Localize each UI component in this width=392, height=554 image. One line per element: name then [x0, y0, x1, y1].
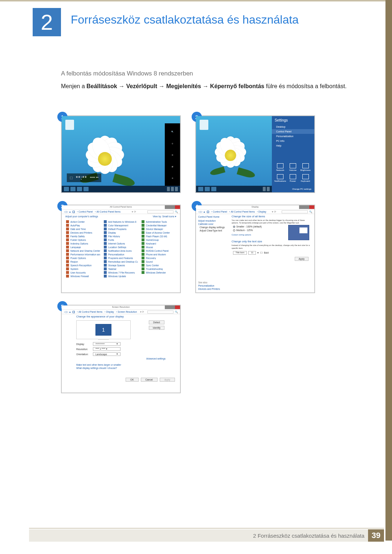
control-panel-item[interactable]: Internet Options	[104, 242, 138, 245]
maximize-icon[interactable]	[304, 205, 309, 209]
control-panel-item[interactable]: Windows Firewall	[66, 275, 100, 278]
quick-keyboard[interactable]: Keyboard	[299, 173, 312, 184]
share-icon[interactable]: ◎	[172, 138, 173, 148]
flyout-item[interactable]: Control Panel	[272, 129, 314, 134]
hint-link[interactable]: Make text and other items larger or smal…	[76, 364, 176, 366]
control-panel-item[interactable]: Ease of Access Center	[142, 231, 176, 234]
search-icon[interactable]: 🔍	[309, 210, 312, 213]
control-panel-item[interactable]: Devices and Printers	[66, 231, 100, 234]
control-panel-item[interactable]: Keyboard	[142, 242, 176, 245]
resolution-dropdown[interactable]: **** x **** ▾	[93, 347, 121, 351]
control-panel-item[interactable]: Sync Center	[142, 264, 176, 267]
control-panel-item[interactable]: Language	[66, 246, 100, 249]
control-panel-item[interactable]: Troubleshooting	[142, 267, 176, 270]
minimize-icon[interactable]	[299, 205, 304, 209]
control-panel-item[interactable]: NVIDIA Control Panel	[142, 249, 176, 252]
ok-button[interactable]: OK	[126, 378, 138, 382]
control-panel-item[interactable]: Fonts	[104, 238, 138, 241]
address-bar[interactable]: ◁ ▷ ▲ Control Panel All Control Panel It…	[62, 210, 180, 214]
flyout-item[interactable]: Help	[272, 143, 314, 148]
monitor-preview[interactable]: 1	[76, 320, 131, 339]
control-panel-item[interactable]: Sound	[142, 260, 176, 263]
control-panel-item[interactable]: Folder Options	[66, 238, 100, 241]
control-panel-item[interactable]: Device Manager	[142, 227, 176, 230]
control-panel-item[interactable]: Notification Area Icons	[104, 249, 138, 252]
control-panel-item[interactable]: System	[66, 267, 100, 270]
item-select[interactable]: Title bars	[233, 251, 247, 255]
control-panel-item[interactable]: Location Settings	[104, 246, 138, 249]
flyout-item[interactable]: Personalization	[272, 134, 314, 139]
maximize-icon[interactable]	[170, 305, 175, 309]
control-panel-item[interactable]: Region	[66, 260, 100, 263]
control-panel-item[interactable]: Programs and Features	[104, 257, 138, 259]
control-panel-item[interactable]: Display	[104, 231, 138, 234]
flyout-item[interactable]: Desktop	[272, 124, 314, 129]
control-panel-item[interactable]: Administrative Tools	[142, 220, 176, 223]
quick-brightness[interactable]: Brightness	[299, 162, 312, 173]
search-input[interactable]	[282, 210, 308, 213]
control-panel-item[interactable]: Network and Sharing Center	[66, 249, 100, 252]
size-select[interactable]: 11	[248, 251, 256, 255]
search-icon[interactable]: 🔍	[175, 311, 178, 313]
control-panel-item[interactable]: Windows Defender	[142, 271, 176, 274]
control-panel-item[interactable]: Mouse	[142, 246, 176, 249]
control-panel-item[interactable]: File History	[104, 235, 138, 238]
minimize-icon[interactable]	[165, 205, 170, 209]
hint-link[interactable]: What display settings should I choose?	[76, 367, 176, 369]
control-panel-item[interactable]: Family Safety	[66, 235, 100, 238]
flyout-item[interactable]: PC info	[272, 139, 314, 143]
control-panel-item[interactable]: Taskbar	[104, 267, 138, 270]
control-panel-item[interactable]: Credential Manager	[142, 224, 176, 227]
display-dropdown[interactable]: **********▾	[93, 342, 121, 346]
ie-icon[interactable]	[64, 187, 69, 191]
control-panel-item[interactable]: Date and Time	[66, 227, 100, 230]
control-panel-item[interactable]: Default Programs	[104, 227, 138, 230]
control-panel-item[interactable]: Phone and Modem	[142, 253, 176, 256]
advanced-settings-link[interactable]: Advanced settings	[76, 357, 166, 360]
control-panel-item[interactable]: Power Options	[66, 257, 100, 259]
control-panel-item[interactable]: Add features to Windows 8	[104, 220, 138, 223]
control-panel-item[interactable]: Color Management	[104, 224, 138, 227]
control-panel-item[interactable]: Recovery	[142, 257, 176, 259]
control-panel-item[interactable]: Windows 7 File Recovery	[104, 271, 138, 274]
search-input[interactable]	[147, 210, 173, 213]
control-panel-item[interactable]: Speech Recognition	[66, 264, 100, 267]
close-icon[interactable]	[309, 205, 314, 209]
control-panel-item[interactable]: HomeGroup	[142, 238, 176, 241]
view-by-dropdown[interactable]: View by: Small icons ▾	[153, 215, 176, 218]
search-input[interactable]	[147, 311, 173, 313]
side-link[interactable]: Adjust ClearType text	[200, 229, 226, 232]
quick-network[interactable]: Network	[274, 162, 287, 173]
apply-button[interactable]: Apply	[295, 257, 309, 261]
close-icon[interactable]	[175, 205, 180, 209]
devices-icon[interactable]: ⇄	[172, 161, 173, 171]
control-panel-item[interactable]: User Accounts	[66, 271, 100, 274]
control-panel-item[interactable]: Personalization	[104, 253, 138, 256]
apply-button[interactable]: Apply	[160, 378, 175, 382]
settings-icon[interactable]: ⚙	[172, 173, 173, 183]
control-panel-item[interactable]: Action Center	[66, 220, 100, 223]
address-bar[interactable]: ◁ ▷ ▲ All Control Panel Items Display Sc…	[62, 310, 180, 314]
task-icon[interactable]	[77, 187, 82, 191]
quick-power[interactable]: Power	[286, 173, 299, 184]
side-link[interactable]: Change display settings	[200, 226, 226, 229]
side-link[interactable]: Adjust resolution	[198, 219, 226, 222]
change-pc-settings-link[interactable]: Change PC settings	[292, 188, 311, 190]
cancel-button[interactable]: Cancel	[141, 378, 158, 382]
minimize-icon[interactable]	[165, 305, 170, 309]
orientation-dropdown[interactable]: Landscape▾	[93, 352, 121, 356]
identify-button[interactable]: Identify	[149, 326, 164, 330]
control-panel-item[interactable]: Indexing Options	[66, 242, 100, 245]
control-panel-item[interactable]: RemoteApp and Desktop Connections	[104, 260, 138, 263]
control-panel-item[interactable]: Performance Information and Tools	[66, 253, 100, 256]
address-bar[interactable]: ◁ ▷ ▲ Control Panel All Control Panel It…	[196, 210, 314, 214]
detect-button[interactable]: Detect	[149, 320, 164, 324]
control-panel-item[interactable]: AutoPlay	[66, 224, 100, 227]
explorer-icon[interactable]	[70, 187, 75, 191]
control-panel-item[interactable]: Storage Spaces	[104, 264, 138, 267]
search-icon[interactable]: 🔍	[175, 210, 178, 213]
task-icon[interactable]	[83, 187, 89, 191]
control-panel-item[interactable]: Flash Player (32-bit)	[142, 235, 176, 238]
start-icon[interactable]: ⊞	[172, 149, 173, 160]
search-icon[interactable]: 🔍	[171, 126, 173, 136]
